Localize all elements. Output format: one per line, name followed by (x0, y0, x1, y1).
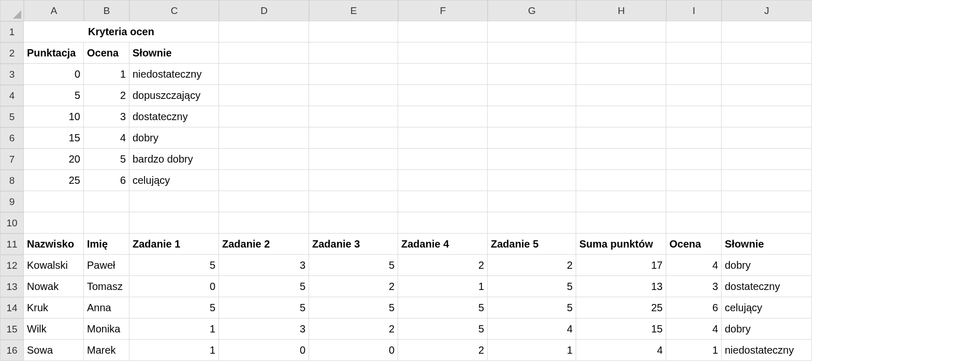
header2-a[interactable]: Nazwisko (24, 234, 84, 255)
row-header-6[interactable]: 6 (0, 127, 24, 149)
empty-cell[interactable] (219, 106, 309, 127)
col-header-H[interactable]: H (576, 0, 666, 21)
student-suma[interactable]: 15 (576, 318, 666, 340)
empty-cell[interactable] (666, 127, 722, 149)
student-z2[interactable]: 0 (219, 340, 309, 361)
student-z1[interactable]: 1 (129, 340, 219, 361)
empty-cell[interactable] (722, 149, 812, 170)
empty-cell[interactable] (722, 170, 812, 191)
empty-cell[interactable] (309, 21, 398, 42)
header2-e[interactable]: Zadanie 3 (309, 234, 398, 255)
empty-cell[interactable] (488, 149, 576, 170)
col-header-D[interactable]: D (219, 0, 309, 21)
col-header-E[interactable]: E (309, 0, 398, 21)
student-z5[interactable]: 1 (488, 340, 576, 361)
student-z2[interactable]: 3 (219, 255, 309, 276)
header-b[interactable]: Ocena (84, 42, 129, 64)
empty-cell[interactable] (309, 127, 398, 149)
empty-cell[interactable] (576, 212, 666, 234)
row-header-7[interactable]: 7 (0, 149, 24, 170)
empty-cell[interactable] (722, 64, 812, 85)
criteria-slownie[interactable]: dobry (129, 127, 219, 149)
student-z2[interactable]: 3 (219, 318, 309, 340)
empty-cell[interactable] (309, 149, 398, 170)
empty-cell[interactable] (666, 42, 722, 64)
header2-d[interactable]: Zadanie 2 (219, 234, 309, 255)
empty-cell[interactable] (309, 42, 398, 64)
header2-f[interactable]: Zadanie 4 (398, 234, 488, 255)
student-z5[interactable]: 2 (488, 255, 576, 276)
student-z1[interactable]: 0 (129, 276, 219, 297)
student-ocena[interactable]: 3 (666, 276, 722, 297)
student-suma[interactable]: 25 (576, 297, 666, 318)
criteria-pkt[interactable]: 10 (24, 106, 84, 127)
row-header-8[interactable]: 8 (0, 170, 24, 191)
criteria-pkt[interactable]: 5 (24, 85, 84, 106)
criteria-pkt[interactable]: 25 (24, 170, 84, 191)
student-nazwisko[interactable]: Nowak (24, 276, 84, 297)
criteria-ocena[interactable]: 1 (84, 64, 129, 85)
student-z4[interactable]: 2 (398, 255, 488, 276)
student-imie[interactable]: Monika (84, 318, 129, 340)
empty-cell[interactable] (219, 64, 309, 85)
empty-cell[interactable] (129, 191, 219, 212)
empty-cell[interactable] (219, 85, 309, 106)
student-z3[interactable]: 5 (309, 297, 398, 318)
empty-cell[interactable] (398, 106, 488, 127)
criteria-slownie[interactable]: niedostateczny (129, 64, 219, 85)
header2-g[interactable]: Zadanie 5 (488, 234, 576, 255)
empty-cell[interactable] (666, 170, 722, 191)
header2-i[interactable]: Ocena (666, 234, 722, 255)
empty-cell[interactable] (666, 85, 722, 106)
empty-cell[interactable] (219, 127, 309, 149)
empty-cell[interactable] (488, 127, 576, 149)
empty-cell[interactable] (309, 106, 398, 127)
empty-cell[interactable] (666, 149, 722, 170)
student-z1[interactable]: 5 (129, 255, 219, 276)
student-imie[interactable]: Anna (84, 297, 129, 318)
student-z5[interactable]: 5 (488, 276, 576, 297)
student-z2[interactable]: 5 (219, 297, 309, 318)
student-slownie[interactable]: celujący (722, 297, 812, 318)
criteria-ocena[interactable]: 3 (84, 106, 129, 127)
empty-cell[interactable] (576, 64, 666, 85)
empty-cell[interactable] (398, 85, 488, 106)
empty-cell[interactable] (576, 170, 666, 191)
empty-cell[interactable] (309, 85, 398, 106)
criteria-ocena[interactable]: 4 (84, 127, 129, 149)
row-header-10[interactable]: 10 (0, 212, 24, 234)
criteria-pkt[interactable]: 20 (24, 149, 84, 170)
row-header-14[interactable]: 14 (0, 297, 24, 318)
col-header-C[interactable]: C (129, 0, 219, 21)
empty-cell[interactable] (129, 212, 219, 234)
student-ocena[interactable]: 1 (666, 340, 722, 361)
student-imie[interactable]: Tomasz (84, 276, 129, 297)
header2-c[interactable]: Zadanie 1 (129, 234, 219, 255)
row-header-12[interactable]: 12 (0, 255, 24, 276)
student-z4[interactable]: 1 (398, 276, 488, 297)
empty-cell[interactable] (666, 64, 722, 85)
empty-cell[interactable] (219, 191, 309, 212)
row-header-13[interactable]: 13 (0, 276, 24, 297)
empty-cell[interactable] (666, 212, 722, 234)
empty-cell[interactable] (722, 85, 812, 106)
empty-cell[interactable] (84, 212, 129, 234)
row-header-3[interactable]: 3 (0, 64, 24, 85)
empty-cell[interactable] (488, 170, 576, 191)
empty-cell[interactable] (398, 21, 488, 42)
student-nazwisko[interactable]: Wilk (24, 318, 84, 340)
col-header-A[interactable]: A (24, 0, 84, 21)
empty-cell[interactable] (309, 170, 398, 191)
empty-cell[interactable] (722, 42, 812, 64)
empty-cell[interactable] (666, 191, 722, 212)
criteria-ocena[interactable]: 5 (84, 149, 129, 170)
empty-cell[interactable] (722, 212, 812, 234)
student-z4[interactable]: 2 (398, 340, 488, 361)
student-slownie[interactable]: dostateczny (722, 276, 812, 297)
row-header-1[interactable]: 1 (0, 21, 24, 42)
empty-cell[interactable] (398, 170, 488, 191)
header-c[interactable]: Słownie (129, 42, 219, 64)
criteria-pkt[interactable]: 0 (24, 64, 84, 85)
empty-cell[interactable] (24, 191, 84, 212)
empty-cell[interactable] (576, 85, 666, 106)
